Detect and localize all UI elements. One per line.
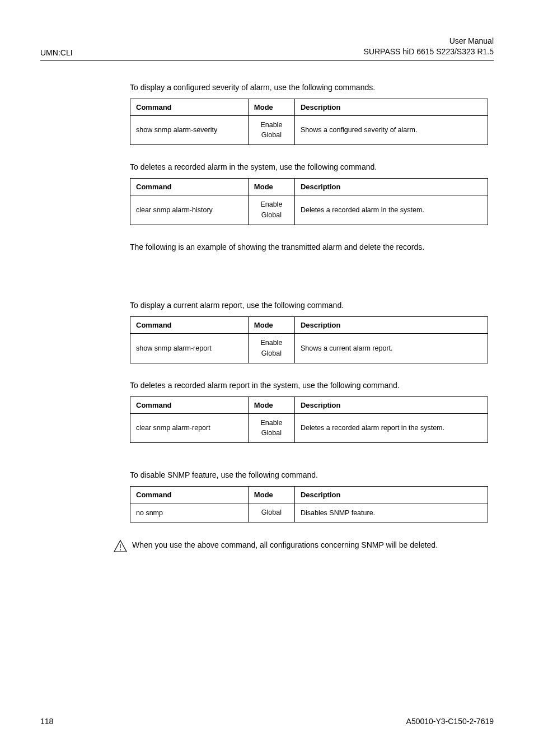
col-mode: Mode (248, 396, 294, 413)
col-command: Command (130, 487, 249, 503)
table-header-row: Command Mode Description (130, 99, 488, 115)
header-left: UMN:CLI (40, 48, 73, 57)
warning-triangle-icon (113, 539, 129, 553)
footer-page-number: 118 (40, 717, 53, 726)
col-description: Description (294, 396, 488, 413)
cell-description: Shows a configured severity of alarm. (294, 115, 488, 145)
table-header-row: Command Mode Description (130, 179, 488, 195)
cell-command: show snmp alarm-severity (130, 115, 249, 145)
command-table-5: Command Mode Description no snmp Global … (130, 486, 488, 522)
intro-text-5: To deletes a recorded alarm report in th… (130, 380, 488, 391)
col-command: Command (130, 396, 249, 413)
cell-command: no snmp (130, 503, 249, 522)
table-row: show snmp alarm-report Enable Global Sho… (130, 334, 488, 363)
intro-text-6: To disable SNMP feature, use the followi… (130, 470, 488, 480)
svg-point-1 (120, 549, 121, 550)
cell-mode: Enable Global (248, 115, 294, 145)
cell-description: Shows a current alarm report. (294, 334, 488, 363)
table-row: clear snmp alarm-history Enable Global D… (130, 195, 488, 225)
header-right: User Manual SURPASS hiD 6615 S223/S323 R… (364, 36, 494, 57)
page-footer: 118 A50010-Y3-C150-2-7619 (40, 717, 494, 726)
header-right-line2: SURPASS hiD 6615 S223/S323 R1.5 (364, 46, 494, 57)
col-mode: Mode (248, 487, 294, 503)
col-description: Description (294, 487, 488, 503)
col-description: Description (294, 317, 488, 334)
table-header-row: Command Mode Description (130, 317, 488, 334)
cell-command: show snmp alarm-report (130, 334, 249, 363)
example-text: The following is an example of showing t… (130, 242, 488, 253)
table-row: no snmp Global Disables SNMP feature. (130, 503, 488, 522)
page-header: UMN:CLI User Manual SURPASS hiD 6615 S22… (40, 36, 494, 61)
cell-command: clear snmp alarm-history (130, 195, 249, 225)
table-header-row: Command Mode Description (130, 396, 488, 413)
col-description: Description (294, 99, 488, 115)
intro-text-2: To deletes a recorded alarm in the syste… (130, 162, 488, 172)
intro-text-4: To display a current alarm report, use t… (130, 300, 488, 311)
col-command: Command (130, 179, 249, 195)
cell-description: Deletes a recorded alarm in the system. (294, 195, 488, 225)
caution-text: When you use the above command, all conf… (132, 539, 438, 549)
command-table-1: Command Mode Description show snmp alarm… (130, 99, 488, 146)
table-row: clear snmp alarm-report Enable Global De… (130, 413, 488, 443)
col-mode: Mode (248, 179, 294, 195)
col-command: Command (130, 317, 249, 334)
table-header-row: Command Mode Description (130, 487, 488, 503)
cell-mode: Enable Global (248, 413, 294, 443)
intro-text-1: To display a configured severity of alar… (130, 82, 488, 93)
cell-mode: Enable Global (248, 195, 294, 225)
col-command: Command (130, 99, 249, 115)
col-description: Description (294, 179, 488, 195)
col-mode: Mode (248, 317, 294, 334)
table-row: show snmp alarm-severity Enable Global S… (130, 115, 488, 145)
command-table-4: Command Mode Description clear snmp alar… (130, 396, 488, 444)
command-table-3: Command Mode Description show snmp alarm… (130, 316, 488, 363)
cell-description: Deletes a recorded alarm report in the s… (294, 413, 488, 443)
col-mode: Mode (248, 99, 294, 115)
caution-note: When you use the above command, all conf… (40, 539, 494, 553)
cell-mode: Enable Global (248, 334, 294, 363)
content-area: To display a configured severity of alar… (130, 82, 488, 522)
cell-description: Disables SNMP feature. (294, 503, 488, 522)
footer-doc-id: A50010-Y3-C150-2-7619 (406, 717, 494, 726)
command-table-2: Command Mode Description clear snmp alar… (130, 178, 488, 225)
cell-command: clear snmp alarm-report (130, 413, 249, 443)
header-right-line1: User Manual (364, 36, 494, 46)
cell-mode: Global (248, 503, 294, 522)
